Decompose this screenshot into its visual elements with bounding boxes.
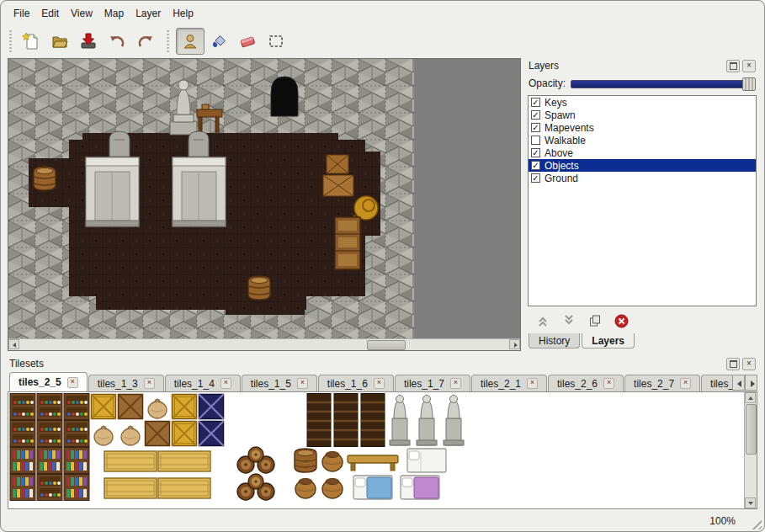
tab-label: tiles_1_4 — [174, 378, 215, 390]
status-bar: 100% — [1, 509, 764, 532]
tileset-tab-tiles_1_3[interactable]: tiles_1_3 × — [88, 375, 164, 391]
tab-close-icon[interactable]: × — [297, 378, 308, 389]
layer-visibility-checkbox[interactable] — [531, 136, 540, 145]
tab-scroll-left-button[interactable] — [732, 375, 745, 391]
tilesets-close-button[interactable]: × — [742, 358, 756, 370]
tab-label: tiles_1_7 — [404, 378, 444, 390]
stamp-tool-button[interactable] — [176, 28, 205, 55]
tab-label: tiles_1_3 — [98, 378, 138, 390]
layer-toolbar — [527, 308, 757, 333]
raise-layer-button[interactable] — [535, 313, 550, 328]
toolbar-handle[interactable] — [8, 30, 13, 52]
delete-layer-button[interactable] — [614, 313, 629, 328]
map-horizontal-scrollbar[interactable] — [8, 338, 520, 350]
opacity-slider[interactable] — [571, 77, 756, 90]
tab-close-icon[interactable]: × — [374, 378, 385, 389]
layer-row-above[interactable]: ✓ Above — [529, 146, 756, 159]
scroll-up-arrow[interactable] — [745, 392, 756, 403]
duplicate-layer-button[interactable] — [587, 313, 603, 328]
layer-visibility-checkbox[interactable]: ✓ — [531, 123, 540, 132]
tab-scroll-right-button[interactable] — [745, 375, 757, 391]
eraser-tool-icon — [238, 32, 257, 51]
save-button[interactable] — [74, 28, 103, 55]
tab-close-icon[interactable]: × — [450, 378, 461, 389]
tab-close-icon[interactable]: × — [680, 378, 691, 389]
tab-close-icon[interactable]: × — [67, 377, 78, 388]
fill-tool-button[interactable] — [205, 28, 233, 55]
tab-label: tiles_1_6 — [327, 378, 368, 390]
menu-file[interactable]: File — [8, 5, 35, 22]
duplicate-layer-icon — [588, 314, 602, 327]
scrollbar-thumb[interactable] — [367, 340, 406, 350]
new-file-button[interactable] — [17, 28, 45, 55]
scroll-down-arrow[interactable] — [745, 497, 756, 508]
scroll-left-arrow[interactable] — [8, 339, 19, 349]
tileset-tab-tiles_1_4[interactable]: tiles_1_4 × — [165, 375, 241, 391]
layer-visibility-checkbox[interactable]: ✓ — [531, 161, 540, 170]
main-area: Layers × Opacity: ✓ Keys ✓ Spawn — [8, 58, 757, 351]
layers-panel-title: Layers — [529, 60, 724, 72]
undo-icon — [108, 32, 126, 51]
doorway — [271, 77, 298, 116]
open-button[interactable] — [45, 28, 74, 55]
tileset-tab-tiles_1_7[interactable]: tiles_1_7 × — [395, 375, 470, 391]
tileset-tab-tiles_2_1[interactable]: tiles_2_1 × — [471, 375, 547, 391]
layer-row-mapevents[interactable]: ✓ Mapevents — [529, 121, 756, 134]
tileset-image[interactable] — [9, 393, 467, 504]
menu-help[interactable]: Help — [167, 5, 199, 22]
map-canvas[interactable] — [8, 59, 414, 339]
tileset-tab-tiles_2_5[interactable]: tiles_2_5 × — [9, 372, 88, 391]
layer-label: Spawn — [545, 109, 576, 121]
tab-close-icon[interactable]: × — [220, 378, 231, 389]
select-tool-button[interactable] — [262, 28, 290, 55]
menu-layer[interactable]: Layer — [130, 5, 167, 22]
layers-close-button[interactable]: × — [742, 60, 756, 72]
tilesets-float-button[interactable] — [726, 358, 740, 370]
menu-edit[interactable]: Edit — [35, 5, 65, 22]
layer-visibility-checkbox[interactable]: ✓ — [531, 173, 540, 183]
layer-row-walkable[interactable]: Walkable — [529, 134, 756, 146]
tab-history[interactable]: History — [529, 333, 580, 348]
open-folder-icon — [50, 32, 69, 51]
layer-row-ground[interactable]: ✓ Ground — [529, 172, 756, 184]
opacity-label: Opacity: — [529, 77, 566, 89]
select-tool-icon — [267, 32, 285, 51]
layer-row-objects[interactable]: ✓ Objects — [529, 159, 756, 172]
tileset-tab-tiles_2_6[interactable]: tiles_2_6 × — [548, 375, 624, 391]
layer-label: Objects — [545, 160, 579, 172]
layer-label: Walkable — [545, 135, 586, 146]
opacity-slider-handle[interactable] — [742, 77, 756, 91]
redo-button[interactable] — [131, 28, 160, 55]
opacity-slider-groove — [571, 80, 754, 88]
undo-button[interactable] — [103, 28, 131, 55]
tab-layers[interactable]: Layers — [582, 333, 635, 348]
layer-row-keys[interactable]: ✓ Keys — [529, 96, 756, 109]
scrollbar-thumb[interactable] — [746, 404, 757, 455]
layer-visibility-checkbox[interactable]: ✓ — [531, 98, 540, 107]
layer-label: Mapevents — [545, 122, 594, 134]
tileset-tab-tiles_2_7[interactable]: tiles_2_7 × — [624, 375, 700, 391]
layer-label: Ground — [545, 173, 578, 184]
scroll-right-arrow[interactable] — [509, 339, 520, 349]
eraser-tool-button[interactable] — [233, 28, 262, 55]
tileset-vertical-scrollbar[interactable] — [744, 392, 757, 508]
resize-grip[interactable] — [750, 518, 762, 529]
barrel-left — [34, 167, 56, 190]
tab-close-icon[interactable]: × — [603, 378, 614, 389]
tab-close-icon[interactable]: × — [144, 378, 155, 389]
layer-visibility-checkbox[interactable]: ✓ — [531, 110, 540, 120]
tileset-tab-tiles_1_6[interactable]: tiles_1_6 × — [318, 375, 394, 391]
delete-layer-icon — [614, 314, 629, 328]
lower-layer-icon — [562, 314, 576, 327]
menu-view[interactable]: View — [65, 5, 98, 22]
map-view[interactable] — [8, 58, 521, 351]
layers-float-button[interactable] — [726, 60, 740, 72]
tab-close-icon[interactable]: × — [527, 378, 538, 389]
layer-row-spawn[interactable]: ✓ Spawn — [529, 109, 756, 121]
tab-label: tiles_2_1 — [481, 378, 521, 390]
menu-map[interactable]: Map — [98, 5, 130, 22]
layer-visibility-checkbox[interactable]: ✓ — [531, 148, 540, 157]
tileset-tab-tiles_1_5[interactable]: tiles_1_5 × — [242, 375, 317, 391]
tileset-view[interactable] — [8, 391, 757, 509]
lower-layer-button[interactable] — [561, 313, 576, 328]
